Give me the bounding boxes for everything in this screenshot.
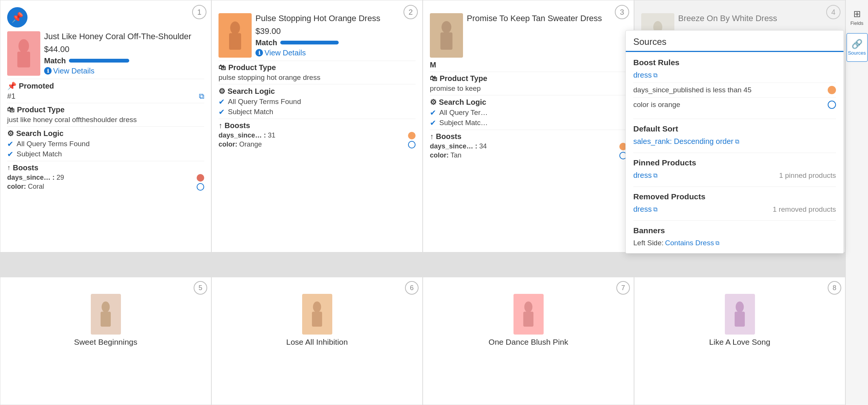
external-link-icon-1[interactable]: ⧉ [199,92,204,101]
divider [219,119,416,119]
product-thumbnail-3 [430,13,463,58]
search-logic-label-3: ⚙ Search Logic [430,98,627,107]
boosts-label-1: ↑ Boosts [7,164,204,172]
product-type-label-2: 🛍 Product Type [219,63,416,72]
product-image-title-row-2: Pulse Stopping Hot Orange Dress $39.00 M… [219,13,416,58]
card-number-8: 8 [828,281,841,295]
info-icon-2: ℹ [255,49,263,57]
external-link-icon-sort: ⧉ [735,138,739,145]
product-title-6: Lose All Inhibition [219,338,416,347]
tab-sources[interactable]: 🔗 Sources [847,33,868,62]
subject-match-1: ✔ Subject Match [7,150,204,159]
card-number-6: 6 [405,281,419,295]
sources-panel-header: Sources [626,31,844,52]
default-sort-link[interactable]: sales_rank: Descending order ⧉ [633,137,836,146]
product-card-2: 2 Pulse Stopping Hot Orange Dress $39.00… [211,0,423,252]
pinned-count: 1 pinned products [779,171,836,180]
promoted-value: #1 [7,92,15,101]
card-number-7: 7 [616,281,630,295]
banners-link[interactable]: Contains Dress ⧉ [665,239,720,247]
svg-rect-9 [101,312,111,327]
bag-icon-1: 🛍 [7,105,15,114]
svg-rect-13 [523,312,533,327]
rule-dot-blue [828,101,836,109]
info-icon-1: ℹ [44,67,52,75]
boost-arrow-icon-1: ↑ [7,164,11,172]
boosts-label-2: ↑ Boosts [219,121,416,130]
sources-panel: Sources Boost Rules dress ⧉ days_since_p… [625,30,844,254]
match-bar-2 [280,41,339,44]
boost-dot-coral [197,174,204,182]
bag-icon-3: 🛍 [430,74,437,83]
removed-products-link[interactable]: dress ⧉ [633,205,657,214]
all-query-terms-3: ✔ All Query Ter… [430,108,627,117]
search-logic-label-2: ⚙ Search Logic [219,87,416,96]
product-title-7: One Dance Blush Pink [430,338,627,347]
pinned-products-link[interactable]: dress ⧉ [633,171,657,180]
pin-button[interactable]: 📌 [7,7,28,28]
pin-icon: 📌 [11,12,23,23]
gear-icon-2: ⚙ [219,87,225,96]
boost-row-3b: color: Tan [430,151,627,159]
default-sort-section: Default Sort sales_rank: Descending orde… [633,119,836,146]
product-card-1: 1 📌 Just Like Honey Coral Off-The-Should… [0,0,211,252]
tab-fields[interactable]: ⊞ Fields [847,3,868,32]
svg-rect-1 [17,52,30,67]
right-sidebar: ⊞ Fields 🔗 Sources [845,0,868,405]
product-thumbnail-2 [219,13,252,58]
check-icon-3a: ✔ [430,108,436,117]
view-details-1[interactable]: ℹ View Details [44,67,204,75]
product-type-value-2: pulse stopping hot orange dress [219,73,416,82]
product-type-label-1: 🛍 Product Type [7,105,204,114]
gear-icon-3: ⚙ [430,98,437,107]
external-link-icon-pinned: ⧉ [653,172,657,179]
divider [219,61,416,61]
product-card-7: 7 One Dance Blush Pink [423,277,634,405]
product-title-2: Pulse Stopping Hot Orange Dress [255,13,416,24]
svg-point-2 [230,21,240,34]
product-image-title-row: Just Like Honey Coral Off-The-Shoulder $… [7,31,204,76]
boosts-label-3: ↑ Boosts [430,132,627,141]
divider [219,84,416,84]
link-icon: 🔗 [851,39,863,49]
product-type-value-3: promise to keep [430,84,627,93]
rule-row-1: days_since_published is less than 45 [633,83,836,97]
svg-point-8 [102,301,110,312]
product-type-label-3: 🛍 Product Type [430,74,627,83]
svg-point-10 [313,301,321,312]
promoted-section: 📌 Promoted [7,81,204,90]
boost-row-2a: days_since… : 31 [219,131,416,139]
external-link-icon-banners: ⧉ [715,240,720,246]
boost-arrow-icon-3: ↑ [430,132,434,141]
boost-dot-blue-1 [197,183,204,191]
card-number-4: 4 [826,5,840,19]
subject-match-3: ✔ Subject Matc… [430,118,627,127]
card-number-1: 1 [192,5,206,19]
divider [7,161,204,161]
all-query-terms-2: ✔ All Query Terms Found [219,97,416,106]
product-thumbnail-7 [513,294,544,335]
banners-title: Banners [633,226,836,235]
banners-section: Banners Left Side: Contains Dress ⧉ [633,220,836,247]
product-type-value-1: just like honey coral offtheshoulder dre… [7,116,204,124]
view-details-2[interactable]: ℹ View Details [255,49,416,57]
divider [430,95,627,95]
svg-point-0 [18,39,29,53]
divider [7,126,204,127]
bag-icon-2: 🛍 [219,63,226,72]
divider [430,72,627,72]
product-thumbnail-5 [91,294,121,335]
boost-dot-blue-2 [408,141,416,148]
rule-dot-orange [828,86,836,94]
removed-count: 1 removed products [773,205,836,214]
default-sort-title: Default Sort [633,124,836,133]
promoted-icon: 📌 [7,81,17,90]
boost-rules-link[interactable]: dress ⧉ [633,71,836,79]
external-link-icon-removed: ⧉ [653,206,657,213]
product-card-5: 5 Sweet Beginnings [0,277,211,405]
boost-dot-orange-2 [408,132,416,139]
divider [7,103,204,103]
product-price-2: $39.00 [255,26,416,36]
divider [7,79,204,79]
product-card-8: 8 Like A Love Song [634,277,845,405]
